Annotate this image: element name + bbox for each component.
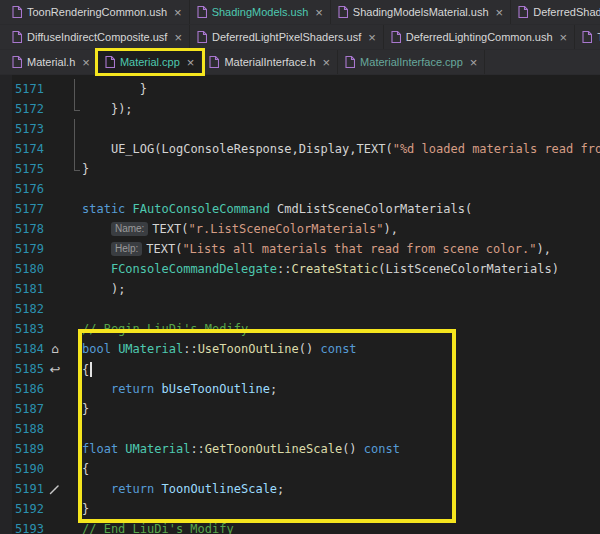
tab-close-icon[interactable]: ×: [174, 31, 182, 44]
file-icon: [12, 31, 22, 43]
line-number: 5175: [0, 162, 44, 176]
fold-margin: [66, 479, 82, 499]
back-arrow-icon[interactable]: ↩: [44, 362, 66, 377]
tab-label: ShadingModels.ush: [212, 6, 309, 18]
tab-close-icon[interactable]: ×: [368, 31, 376, 44]
fold-margin[interactable]: [66, 159, 82, 179]
code-line-5188[interactable]: 5188: [0, 419, 600, 439]
fold-margin: [66, 359, 82, 379]
code-text: // End LiuDi's Modify: [82, 522, 600, 534]
code-line-5183[interactable]: 5183// Begin LiuDi's Modify: [0, 319, 600, 339]
line-number: 5192: [0, 502, 44, 516]
code-line-5179[interactable]: 5179 Help:TEXT("Lists all materials that…: [0, 239, 600, 259]
fold-margin: [66, 299, 82, 319]
file-icon: [12, 6, 22, 18]
file-icon: [197, 6, 207, 18]
fold-marker: [74, 139, 75, 159]
code-text: // Begin LiuDi's Modify: [82, 322, 600, 336]
fold-margin: [66, 419, 82, 439]
line-number: 5172: [0, 102, 44, 116]
code-text: }: [82, 402, 600, 416]
file-icon: [582, 31, 592, 43]
tab-Material.cpp[interactable]: Material.cpp×: [98, 50, 203, 74]
fold-margin: [66, 399, 82, 419]
code-line-5171[interactable]: 5171 }: [0, 79, 600, 99]
tab-ShadingModels.ush[interactable]: ShadingModels.ush×: [190, 0, 331, 24]
tab-Material.h[interactable]: Material.h×: [5, 50, 98, 74]
fold-margin: [66, 379, 82, 399]
code-line-5180[interactable]: 5180 FConsoleCommandDelegate::CreateStat…: [0, 259, 600, 279]
tab-row-2: DiffuseIndirectComposite.usf×DeferredLig…: [0, 25, 600, 50]
code-line-5191[interactable]: 5191 return ToonOutlineScale;: [0, 479, 600, 499]
code-text: return ToonOutlineScale;: [82, 482, 600, 496]
tab-label: DeferredLightPixelShaders.usf: [212, 31, 361, 43]
file-icon: [391, 31, 401, 43]
code-line-5184[interactable]: 5184⌂bool UMaterial::UseToonOutLine() co…: [0, 339, 600, 359]
code-line-5186[interactable]: 5186 return bUseToonOutline;: [0, 379, 600, 399]
code-line-5181[interactable]: 5181 );: [0, 279, 600, 299]
fold-margin[interactable]: [66, 79, 82, 99]
tab-close-icon[interactable]: ×: [315, 6, 323, 19]
fold-margin[interactable]: [66, 99, 82, 119]
tab-label: MaterialInterface.cpp: [360, 56, 463, 68]
tab-label: ShadingModelsMaterial.ush: [353, 6, 489, 18]
tab-close-icon[interactable]: ×: [560, 31, 568, 44]
code-line-5172[interactable]: 5172 });: [0, 99, 600, 119]
home-icon[interactable]: ⌂: [44, 342, 66, 356]
fold-marker: [74, 99, 80, 111]
screwdriver-icon[interactable]: [44, 483, 66, 495]
tab-label: DeferredLightingCommon.ush: [406, 31, 553, 43]
line-number: 5187: [0, 402, 44, 416]
fold-marker: [74, 119, 75, 139]
line-number: 5190: [0, 462, 44, 476]
tab-close-icon[interactable]: ×: [496, 6, 504, 19]
code-text: }: [82, 502, 600, 516]
code-line-5173[interactable]: 5173: [0, 119, 600, 139]
code-line-5187[interactable]: 5187}: [0, 399, 600, 419]
file-icon: [209, 56, 219, 68]
tab-ToonRenderingCommon.ush[interactable]: ToonRenderingCommon.ush×: [5, 0, 190, 24]
text-caret: [90, 362, 92, 377]
tab-DeferredLightPixelShaders.usf[interactable]: DeferredLightPixelShaders.usf×: [190, 25, 384, 49]
code-line-5192[interactable]: 5192}: [0, 499, 600, 519]
tab-close-icon[interactable]: ×: [187, 56, 195, 69]
tab-label: Material.h: [27, 56, 75, 68]
tab-close-icon[interactable]: ×: [470, 56, 478, 69]
file-icon: [12, 56, 22, 68]
code-line-5176[interactable]: 5176: [0, 179, 600, 199]
tab-ShadingModelsMaterial.ush[interactable]: ShadingModelsMaterial.ush×: [331, 0, 511, 24]
code-line-5174[interactable]: 5174 UE_LOG(LogConsoleResponse,Display,T…: [0, 139, 600, 159]
code-line-5175[interactable]: 5175}: [0, 159, 600, 179]
tab-label: Material.cpp: [120, 56, 180, 68]
fold-margin[interactable]: [66, 119, 82, 139]
code-line-5190[interactable]: 5190{: [0, 459, 600, 479]
code-editor[interactable]: 5171 }5172 });51735174 UE_LOG(LogConsole…: [0, 75, 600, 534]
code-line-5177[interactable]: 5177static FAutoConsoleCommand CmdListSc…: [0, 199, 600, 219]
code-line-5189[interactable]: 5189float UMaterial::GetToonOutLineScale…: [0, 439, 600, 459]
tab-MaterialInterface.cpp[interactable]: MaterialInterface.cpp×: [338, 50, 485, 74]
tab-close-icon[interactable]: ×: [323, 56, 331, 69]
fold-margin[interactable]: [66, 139, 82, 159]
tab-Toon[interactable]: Toon×: [575, 25, 600, 49]
code-line-5185[interactable]: 5185↩{: [0, 359, 600, 379]
code-line-5182[interactable]: 5182: [0, 299, 600, 319]
code-text: FConsoleCommandDelegate::CreateStatic(Li…: [82, 262, 600, 276]
tab-DeferredShading[interactable]: DeferredShading×: [511, 0, 600, 24]
tab-MaterialInterface.h[interactable]: MaterialInterface.h×: [202, 50, 338, 74]
fold-margin: [66, 179, 82, 199]
fold-margin: [66, 199, 82, 219]
fold-margin: [66, 279, 82, 299]
tab-DiffuseIndirectComposite.usf[interactable]: DiffuseIndirectComposite.usf×: [5, 25, 190, 49]
fold-margin: [66, 319, 82, 339]
tab-bar: ToonRenderingCommon.ush×ShadingModels.us…: [0, 0, 600, 75]
line-number: 5173: [0, 122, 44, 136]
tab-DeferredLightingCommon.ush[interactable]: DeferredLightingCommon.ush×: [384, 25, 575, 49]
line-number: 5171: [0, 82, 44, 96]
code-line-5178[interactable]: 5178 Name:TEXT("r.ListSceneColorMaterial…: [0, 219, 600, 239]
code-text: UE_LOG(LogConsoleResponse,Display,TEXT("…: [82, 142, 600, 156]
tab-label: MaterialInterface.h: [224, 56, 315, 68]
tab-close-icon[interactable]: ×: [174, 6, 182, 19]
code-line-5193[interactable]: 5193// End LiuDi's Modify: [0, 519, 600, 534]
fold-margin: [66, 439, 82, 459]
tab-close-icon[interactable]: ×: [82, 56, 90, 69]
